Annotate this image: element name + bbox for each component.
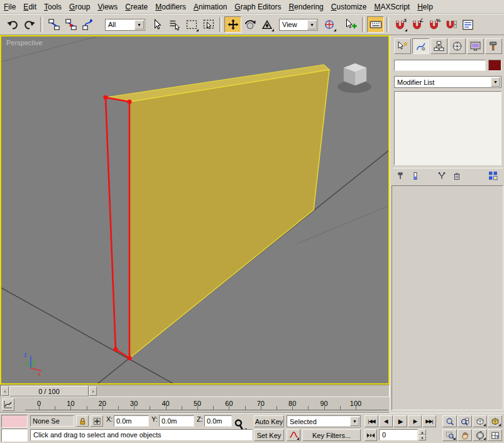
coord-z-field[interactable]: 0.0m <box>204 415 232 427</box>
select-object-button[interactable] <box>149 16 166 33</box>
rectangular-selection-region-button[interactable] <box>183 16 200 33</box>
pin-stack-button[interactable] <box>393 170 408 182</box>
go-to-end-button[interactable]: ▶▶| <box>422 415 436 427</box>
viewport-label[interactable]: Perspective <box>6 39 42 46</box>
chevron-down-icon[interactable]: ▼ <box>350 417 359 426</box>
window-crossing-toggle-button[interactable] <box>200 16 217 33</box>
selected-set-dropdown[interactable]: Selected ▼ <box>287 415 361 427</box>
spinner-snap-toggle-button[interactable] <box>442 16 459 33</box>
tab-motion[interactable] <box>449 38 466 54</box>
min-max-toggle-button[interactable] <box>488 429 502 441</box>
zoom-region-button[interactable] <box>442 429 457 441</box>
viewport-scene[interactable]: z y x <box>1 36 388 383</box>
angle-snap-toggle-button[interactable]: ∠ <box>408 16 425 33</box>
current-frame-field[interactable]: 0 <box>379 429 418 440</box>
maxscript-listener-macro-line[interactable] <box>1 415 28 428</box>
percent-snap-toggle-button[interactable]: % <box>425 16 442 33</box>
select-by-name-button[interactable] <box>166 16 183 33</box>
select-and-link-button[interactable] <box>45 16 62 33</box>
perspective-viewport[interactable]: Perspective <box>0 35 390 385</box>
menu-modifiers[interactable]: Modifiers <box>151 1 190 13</box>
absolute-offset-toggle-button[interactable] <box>90 415 103 427</box>
key-filters-button[interactable]: Key Filters... <box>302 429 361 441</box>
zoom-extents-all-button[interactable] <box>488 415 502 427</box>
pan-button[interactable] <box>457 429 472 441</box>
coord-x-field[interactable]: 0.0m <box>114 415 149 427</box>
spinner-up-icon[interactable]: ▲ <box>419 429 426 435</box>
menu-graph-editors[interactable]: Graph Editors <box>231 1 285 13</box>
tab-create[interactable] <box>394 38 411 54</box>
menu-file[interactable]: File <box>0 1 19 13</box>
menu-create[interactable]: Create <box>121 1 151 13</box>
snap-3d-toggle-button[interactable]: 3 <box>392 16 408 33</box>
default-in-out-tangents-button[interactable] <box>287 429 300 441</box>
menu-views[interactable]: Views <box>94 1 121 13</box>
key-mode-toggle-button[interactable] <box>364 429 377 441</box>
select-and-rotate-button[interactable] <box>241 16 258 33</box>
object-name-field[interactable] <box>394 60 486 71</box>
chevron-down-icon[interactable]: ▼ <box>491 77 500 87</box>
tab-display[interactable] <box>467 38 484 54</box>
undo-button[interactable] <box>4 16 21 33</box>
configure-modifier-sets-button[interactable] <box>485 170 500 182</box>
menu-group[interactable]: Group <box>65 1 94 13</box>
tab-hierarchy[interactable] <box>430 38 447 54</box>
reference-coordinate-dropdown[interactable]: View ▼ <box>279 19 318 31</box>
toolbar-separator <box>362 17 364 32</box>
object-color-swatch[interactable] <box>488 60 501 71</box>
select-and-manipulate-icon <box>345 18 358 31</box>
tab-modify[interactable] <box>412 38 429 54</box>
track-bar[interactable]: 0102030405060708090100 <box>0 397 390 413</box>
menu-edit[interactable]: Edit <box>19 1 40 13</box>
maxscript-listener-script-line[interactable] <box>1 429 28 442</box>
frame-spinner[interactable]: ▲ ▼ <box>419 429 426 440</box>
time-slider-track[interactable]: ‹ 0 / 100 › <box>0 385 390 397</box>
keyboard-shortcut-override-button[interactable] <box>367 16 384 33</box>
selected-edges[interactable] <box>106 97 129 358</box>
chevron-down-icon[interactable]: ▼ <box>307 20 317 30</box>
play-button[interactable]: ▶ <box>393 415 407 427</box>
modifier-stack[interactable] <box>394 91 501 165</box>
select-and-scale-button[interactable] <box>258 16 275 33</box>
spinner-down-icon[interactable]: ▼ <box>419 435 426 440</box>
show-end-result-button[interactable] <box>408 170 423 182</box>
redo-button[interactable] <box>21 16 38 33</box>
menu-maxscript[interactable]: MAXScript <box>371 1 414 13</box>
time-slider-next-button[interactable]: › <box>89 386 97 396</box>
mini-curve-editor-button[interactable] <box>2 398 14 411</box>
menu-rendering[interactable]: Rendering <box>285 1 327 13</box>
menu-tools[interactable]: Tools <box>40 1 65 13</box>
select-and-move-button[interactable] <box>224 16 241 33</box>
auto-key-button[interactable]: Auto Key <box>254 415 284 427</box>
select-and-manipulate-button[interactable] <box>342 16 359 33</box>
make-unique-button[interactable] <box>434 170 449 182</box>
scene-object-box[interactable] <box>337 63 371 93</box>
menu-customize[interactable]: Customize <box>327 1 371 13</box>
absolute-offset-icon <box>93 417 101 425</box>
time-slider-handle[interactable]: 0 / 100 <box>9 386 89 397</box>
menu-help[interactable]: Help <box>414 1 437 13</box>
use-pivot-point-center-button[interactable] <box>320 16 337 33</box>
scene-object-wall[interactable] <box>106 65 329 358</box>
rollout-area[interactable] <box>392 185 503 410</box>
lock-selection-button[interactable] <box>76 415 89 427</box>
named-selection-sets-button[interactable] <box>459 16 476 33</box>
next-frame-button[interactable]: |▶ <box>408 415 422 427</box>
tab-utilities[interactable] <box>485 38 502 54</box>
previous-frame-button[interactable]: ◀| <box>379 415 393 427</box>
remove-modifier-button[interactable] <box>449 170 464 182</box>
unlink-selection-button[interactable] <box>62 16 79 33</box>
bind-to-space-warp-button[interactable] <box>79 16 96 33</box>
arc-rotate-button[interactable] <box>473 429 487 441</box>
zoom-extents-button[interactable] <box>473 415 487 427</box>
zoom-all-button[interactable] <box>457 415 472 427</box>
go-to-start-button[interactable]: |◀◀ <box>364 415 378 427</box>
time-slider-prev-button[interactable]: ‹ <box>1 386 9 396</box>
menu-animation[interactable]: Animation <box>190 1 231 13</box>
set-key-button[interactable]: Set Key <box>254 429 284 441</box>
zoom-button[interactable] <box>442 415 457 427</box>
coord-y-field[interactable]: 0.0m <box>159 415 194 427</box>
modifier-list-dropdown[interactable]: Modifier List ▼ <box>394 76 501 88</box>
selection-filter-dropdown[interactable]: All ▼ <box>105 19 145 31</box>
chevron-down-icon[interactable]: ▼ <box>134 20 144 30</box>
